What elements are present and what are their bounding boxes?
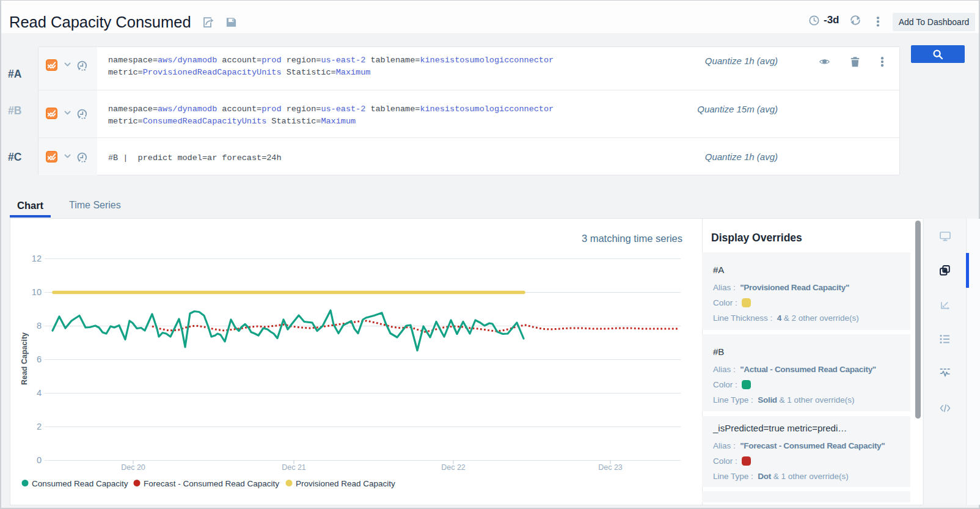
- svg-text:10: 10: [32, 287, 42, 297]
- svg-text:Dec 20: Dec 20: [121, 463, 145, 472]
- svg-text:Consumed Read Capacity: Consumed Read Capacity: [32, 479, 128, 488]
- svg-text:6: 6: [37, 354, 42, 364]
- svg-text:Read Capacity: Read Capacity: [20, 332, 29, 385]
- svg-text:4: 4: [37, 388, 42, 398]
- svg-text:Dec 22: Dec 22: [441, 463, 466, 472]
- svg-text:Forecast - Consumed Read Capac: Forecast - Consumed Read Capacity: [144, 479, 279, 488]
- svg-text:2: 2: [37, 422, 42, 431]
- svg-text:Dec 21: Dec 21: [282, 463, 306, 472]
- svg-text:8: 8: [37, 321, 42, 331]
- svg-text:Provisioned Read Capacity: Provisioned Read Capacity: [296, 479, 395, 488]
- svg-text:12: 12: [32, 254, 42, 263]
- svg-text:Dec 23: Dec 23: [598, 463, 623, 472]
- svg-text:0: 0: [37, 455, 42, 465]
